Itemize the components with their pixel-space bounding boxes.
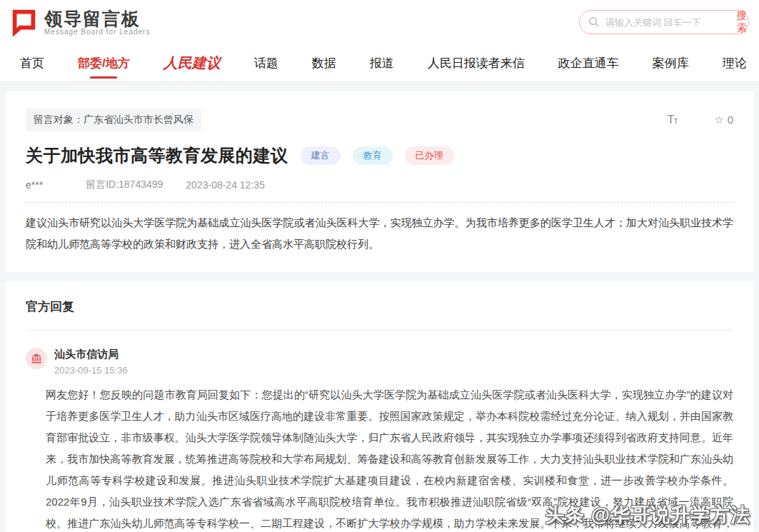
message-date: 2023-08-24 12:35 [186, 179, 265, 191]
message-id: 留言ID:18743499 [86, 179, 163, 191]
logo-subtitle: Message Board for Leaders [44, 28, 150, 36]
nav-item-ministries-regions[interactable]: 部委/地方 [78, 45, 130, 81]
message-target-label: 留言对象：广东省汕头市市长曾风保 [26, 109, 201, 131]
reply-section-title: 官方回复 [26, 298, 733, 315]
nav-item-home[interactable]: 首页 [20, 45, 44, 81]
reply-date: 2023-09-15 15:36 [54, 365, 128, 376]
nav-item-data[interactable]: 数据 [312, 45, 336, 81]
search-input[interactable] [605, 17, 731, 28]
star-favorite-icon[interactable]: ☆0 [714, 114, 733, 126]
page-background: 留言对象：广东省汕头市市长曾风保 Tт ☆0 关于加快我市高等教育发展的建议 建… [0, 82, 759, 532]
nav-item-case-library[interactable]: 案例库 [653, 45, 689, 81]
site-header: 领导留言板 Message Board for Leaders 搜索 [0, 0, 759, 44]
main-nav: 首页 部委/地方 人民建议 话题 数据 报道 人民日报读者来信 政企直通车 案例… [0, 44, 759, 82]
agency-name: 汕头市信访局 [54, 348, 128, 361]
message-author: e*** [26, 179, 43, 191]
logo-title: 领导留言板 [44, 9, 150, 28]
search-icon [588, 16, 600, 28]
search-box: 搜索 [579, 10, 749, 34]
search-button[interactable]: 搜索 [731, 9, 747, 35]
nav-item-topics[interactable]: 话题 [254, 45, 278, 81]
nav-item-reports[interactable]: 报道 [370, 45, 394, 81]
message-body: 建议汕头市研究以汕头大学医学院为基础成立汕头医学院或者汕头医科大学，实现独立办学… [26, 212, 733, 255]
agency-avatar [26, 348, 47, 369]
tag-education[interactable]: 教育 [353, 146, 393, 165]
tag-suggestion[interactable]: 建言 [301, 146, 341, 165]
message-bubble-logo-icon [9, 7, 39, 37]
toutiao-watermark: 头条 @华哥说升学方法 [545, 502, 750, 528]
font-size-icon[interactable]: Tт [667, 113, 677, 127]
logo-text: 领导留言板 Message Board for Leaders [44, 9, 150, 36]
star-count: 0 [728, 114, 733, 126]
official-reply-card: 官方回复 汕头市信访局 2023-09-15 15:36 网友您好！您反映的问题… [6, 281, 753, 532]
nav-item-gov-enterprise[interactable]: 政企直通车 [558, 45, 619, 81]
government-building-icon [30, 352, 43, 365]
nav-item-theory[interactable]: 理论 [723, 45, 747, 81]
dashed-divider [26, 202, 733, 203]
section-divider [26, 330, 733, 331]
tag-status-handled: 已办理 [405, 146, 454, 165]
nav-item-people-suggestions[interactable]: 人民建议 [164, 44, 221, 83]
site-logo[interactable]: 领导留言板 Message Board for Leaders [9, 7, 150, 37]
message-title: 关于加快我市高等教育发展的建议 [26, 144, 288, 167]
message-card: 留言对象：广东省汕头市市长曾风保 Tт ☆0 关于加快我市高等教育发展的建议 建… [6, 91, 753, 272]
nav-item-reader-letters[interactable]: 人民日报读者来信 [428, 45, 525, 81]
